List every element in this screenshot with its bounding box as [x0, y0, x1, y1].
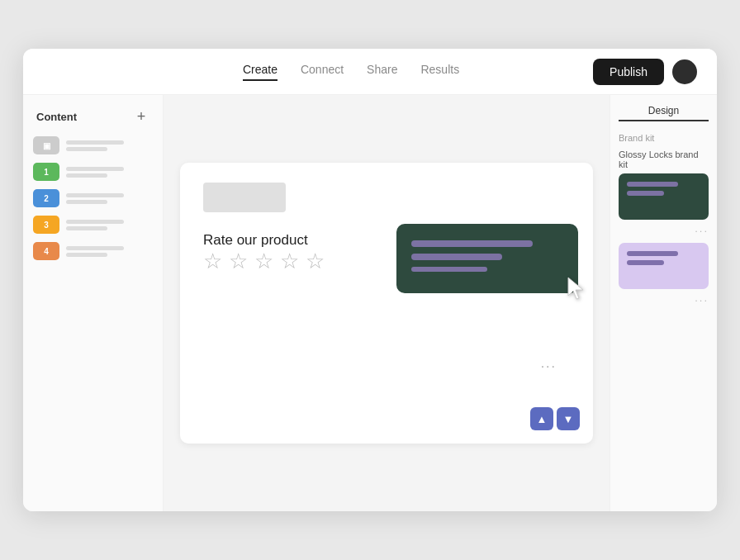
list-item[interactable]: 2: [33, 189, 153, 207]
item-lines-5: [66, 246, 124, 257]
sidebar: Content + ▣ 1: [23, 95, 164, 511]
bk-line-dark: [627, 260, 664, 265]
bk-line: [627, 182, 678, 187]
canvas-placeholder-image: [203, 183, 286, 212]
canvas-card: Rate our product ☆ ☆ ☆ ☆ ☆: [180, 163, 593, 444]
content-area: Rate our product ☆ ☆ ☆ ☆ ☆: [164, 95, 610, 511]
badge-icon-1: ▣: [43, 141, 50, 150]
canvas-content: Rate our product ☆ ☆ ☆ ☆ ☆: [203, 232, 570, 381]
brand-kit-item-1[interactable]: Glossy Locks brand kit ...: [619, 149, 709, 235]
tab-results[interactable]: Results: [420, 63, 459, 81]
avatar[interactable]: [672, 59, 697, 84]
item-line: [66, 220, 124, 224]
list-item[interactable]: 1: [33, 163, 153, 181]
app-window: Create Connect Share Results Publish Con…: [23, 49, 717, 511]
item-lines-3: [66, 193, 124, 204]
add-content-button[interactable]: +: [133, 108, 149, 125]
item-badge-3: 2: [33, 189, 59, 207]
list-item[interactable]: 3: [33, 216, 153, 234]
top-bar: Create Connect Share Results Publish: [23, 49, 717, 95]
cursor-icon: [565, 276, 588, 308]
dots-menu[interactable]: ...: [541, 356, 557, 371]
item-lines-2: [66, 167, 124, 178]
item-line: [66, 226, 107, 230]
tab-share[interactable]: Share: [367, 63, 397, 81]
brand-kit-preview-2: [619, 243, 709, 289]
tab-connect[interactable]: Connect: [301, 63, 344, 81]
item-line: [66, 193, 124, 197]
nav-arrows: ▲ ▼: [530, 407, 580, 430]
brand-kit-item-label-1: Glossy Locks brand kit: [619, 149, 709, 169]
star-3[interactable]: ☆: [254, 249, 273, 274]
sidebar-header: Content +: [33, 108, 153, 125]
item-badge-2: 1: [33, 163, 59, 181]
main-layout: Content + ▣ 1: [23, 95, 717, 511]
star-1[interactable]: ☆: [203, 249, 222, 274]
brand-kit-preview-1: [619, 173, 709, 220]
badge-text-2: 1: [44, 168, 49, 177]
item-line: [66, 253, 107, 257]
panel-tabs: Design: [619, 105, 709, 121]
list-item[interactable]: 4: [33, 242, 153, 260]
item-lines-1: [66, 140, 124, 151]
overlay-card: [396, 224, 578, 293]
item-badge-4: 3: [33, 216, 59, 234]
brand-kit-label: Brand kit: [619, 133, 709, 143]
item-lines-4: [66, 220, 124, 230]
tab-design[interactable]: Design: [619, 105, 709, 121]
top-bar-right: Publish: [593, 59, 697, 85]
tab-create[interactable]: Create: [243, 63, 278, 81]
star-5[interactable]: ☆: [306, 249, 325, 274]
item-badge-5: 4: [33, 242, 59, 260]
nav-up-button[interactable]: ▲: [530, 407, 553, 430]
overlay-line-3: [411, 267, 487, 272]
sidebar-title: Content: [36, 111, 77, 123]
brand-kit-item-2[interactable]: ...: [619, 243, 709, 304]
overlay-line-1: [411, 240, 533, 247]
item-badge-1: ▣: [33, 136, 59, 154]
nav-down-button[interactable]: ▼: [557, 407, 580, 430]
brand-kit-dark-preview: [619, 173, 709, 220]
brand-kit-more-2[interactable]: ...: [619, 292, 709, 304]
item-line: [66, 140, 124, 145]
bk-line: [627, 191, 664, 196]
list-item[interactable]: ▣: [33, 136, 153, 154]
item-line: [66, 173, 107, 178]
star-2[interactable]: ☆: [229, 249, 248, 274]
item-line: [66, 200, 107, 204]
brand-kit-more-1[interactable]: ...: [619, 222, 709, 235]
publish-button[interactable]: Publish: [593, 59, 664, 85]
nav-tabs: Create Connect Share Results: [243, 63, 459, 81]
item-line: [66, 167, 124, 171]
question-text: Rate our product: [203, 232, 308, 248]
brand-kit-purple-preview: [619, 243, 709, 289]
right-panel: Design Brand kit Glossy Locks brand kit …: [610, 95, 717, 511]
item-line: [66, 246, 124, 250]
overlay-line-2: [411, 254, 502, 260]
star-4[interactable]: ☆: [280, 249, 299, 274]
badge-text-3: 2: [44, 194, 49, 203]
badge-text-5: 4: [44, 247, 49, 256]
bk-line-dark: [627, 251, 678, 256]
badge-text-4: 3: [44, 221, 49, 230]
item-line: [66, 147, 107, 151]
